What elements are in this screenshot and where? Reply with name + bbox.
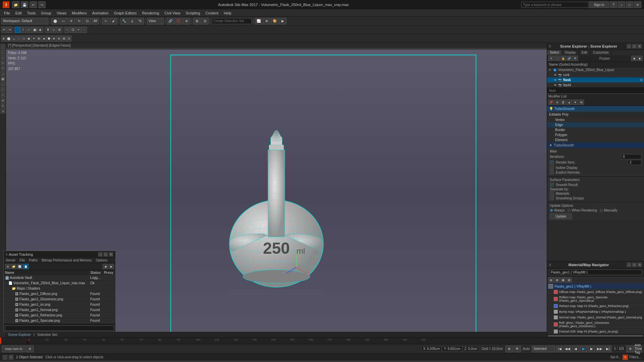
lasso-btn[interactable]: ∿ [102, 18, 109, 24]
mat-root-item[interactable]: Flasks_geo1 ( VRayMtl ) [547, 283, 644, 289]
asset-tb5[interactable]: ◀ [103, 264, 108, 269]
mod-modifier-btn[interactable]: ⊛ [554, 100, 560, 105]
mat-item-3[interactable]: Refract map: Map #2 (Flasks_geo1_Refract… [547, 303, 644, 309]
tb3-btn-1[interactable]: ⊛ [1, 36, 6, 42]
asset-row-specular[interactable]: 🖼 Flasks_geo1_Specular.png Found [4, 318, 115, 323]
asset-tb2[interactable]: 📁 [11, 264, 16, 269]
align-btn[interactable]: ⊟ [201, 18, 209, 24]
mat-item-6[interactable]: Refl. gloss.: Flasks_geo1_Glossiness (Fl… [547, 320, 644, 329]
asset-menu-bitmap[interactable]: Bitmap Performance and Memory [40, 258, 94, 263]
tb3-btn-6[interactable]: ◉ [26, 36, 31, 42]
ls-btn-13[interactable]: ◈ [1, 109, 5, 113]
menu-graph-editors[interactable]: Graph Editors [111, 10, 140, 16]
tree-item-liquid[interactable]: 👁 📷 liquid [547, 82, 644, 87]
asset-maximize-btn[interactable]: □ [103, 252, 108, 257]
ls-btn-8[interactable]: □ [1, 82, 5, 86]
asset-tb4[interactable]: 📋 [23, 264, 29, 269]
asset-minimize-btn[interactable]: – [98, 252, 103, 257]
mat-item-5[interactable]: Normal map: Flasks_geo1_Normal (Flasks_g… [547, 315, 644, 320]
tb3-btn-5[interactable]: ⬡ [21, 36, 26, 42]
asset-menu-file[interactable]: File [17, 258, 27, 263]
edge-sub-item[interactable]: Edge [547, 122, 644, 127]
asset-tb6[interactable]: ▶ [109, 264, 114, 269]
ring-btn[interactable]: ⊡ [70, 27, 75, 33]
ls-btn-6[interactable]: △ [1, 71, 5, 76]
se-lock-btn[interactable]: 🔒 [560, 56, 566, 61]
menu-group[interactable]: Group [38, 10, 54, 16]
timeline-playhead[interactable] [0, 338, 1, 344]
editable-poly-item[interactable]: Editable Poly [547, 112, 644, 117]
element-sub-item[interactable]: Element [547, 137, 644, 142]
material-nav-maximize[interactable]: □ [632, 262, 637, 267]
asset-close-btn[interactable]: ✕ [109, 252, 113, 257]
menu-views[interactable]: Views [54, 10, 69, 16]
tb3-btn-13[interactable]: ⊠ [62, 36, 66, 42]
spinner-snap-btn[interactable]: % [137, 18, 144, 24]
asset-row-glossiness[interactable]: 🖼 Flasks_geo1_Glossiness.png Found [4, 297, 115, 302]
se-link-btn[interactable]: 🔗 [567, 56, 572, 61]
edge-mode-btn[interactable]: / [20, 27, 26, 33]
material-nav-close[interactable]: ✕ [637, 262, 642, 267]
mat-item-4[interactable]: Bump map: VRayNormalMap ( VRayNormalMap … [547, 309, 644, 315]
mat-nav-scrollbar[interactable] [547, 335, 644, 337]
next-btn[interactable]: ▶ [588, 346, 595, 352]
tb3-btn-3[interactable]: △ [11, 36, 16, 42]
selection-mode-btn[interactable]: → [3, 355, 7, 360]
time-config-btn[interactable]: ⚙ [26, 346, 34, 352]
update-button[interactable]: Update [550, 214, 572, 219]
tab-edit[interactable]: Edit [579, 50, 590, 55]
menu-scripting[interactable]: Scripting [183, 10, 203, 16]
angle-snap-btn[interactable]: ∠ [128, 18, 136, 24]
border-sub-item[interactable]: Border [547, 127, 644, 132]
timeline[interactable]: 10 20 30 40 50 60 70 80 90 100 110 120 1… [0, 337, 644, 344]
menu-rendering[interactable]: Rendering [140, 10, 162, 16]
asset-tb3[interactable]: 🔄 [17, 264, 22, 269]
mat-item-1[interactable]: Diffuse map: Flasks_geo1_Diffuse (Flasks… [547, 289, 644, 295]
grow-btn[interactable]: + [76, 27, 81, 33]
add-time-tag-btn[interactable]: Add Time Tag [635, 346, 642, 352]
menu-civil-view[interactable]: Civil View [162, 10, 183, 16]
loop-btn[interactable]: ○ [64, 27, 70, 33]
when-rendering-radio[interactable]: When Rendering [568, 208, 597, 212]
asset-row-vault[interactable]: 🏦 Autodesk Vault Logg... [4, 275, 115, 281]
tab-customize[interactable]: Customize [590, 50, 612, 55]
tb3-btn-7[interactable]: ✦ [32, 36, 36, 42]
mat-nav-tb3[interactable]: ▦ [560, 277, 566, 283]
asset-tb1[interactable]: ⊛ [5, 264, 10, 269]
paint-select-btn[interactable]: 🖌 [110, 18, 117, 24]
asset-menu-server[interactable]: Server [4, 258, 17, 263]
quick-access-open[interactable]: 📁 [12, 1, 19, 8]
ls-btn-2[interactable]: ↕ [1, 50, 5, 54]
move-btn[interactable]: ✛ [67, 18, 75, 24]
se-expand-btn[interactable]: ◀ [631, 56, 637, 61]
vertex-mode-btn[interactable]: · [15, 27, 20, 33]
isolate-btn[interactable]: 👁 [514, 346, 521, 352]
mat-nav-tb1[interactable]: ▤ [548, 277, 554, 283]
vertex-sub-item[interactable]: Vertex [547, 117, 644, 122]
isoline-checkbox[interactable] [550, 166, 554, 170]
element-mode-btn[interactable]: ◈ [38, 27, 43, 33]
tab-select[interactable]: Select [547, 50, 562, 55]
turbosmooth-modifier-item[interactable]: 💡 TurboSmooth [547, 106, 644, 112]
ls-btn-4[interactable]: ⊛ [1, 60, 5, 65]
select-all-btn[interactable]: All [92, 18, 99, 24]
scene-explorer-link[interactable]: Scene Explorer [8, 333, 31, 337]
asset-row-normal[interactable]: 🖼 Flasks_geo1_Normal.png Found [4, 307, 115, 313]
menu-edit[interactable]: Edit [13, 10, 24, 16]
tb3-btn-10[interactable]: ⬟ [47, 36, 51, 42]
tb3-btn-14[interactable]: ⊡ [67, 36, 71, 42]
asset-row-diffuse[interactable]: 🖼 Flasks_geo1_Diffuse.png Found [4, 291, 115, 297]
close-btn[interactable]: ✕ [634, 1, 641, 8]
render-iters-input[interactable] [628, 160, 641, 165]
mat-nav-dropdown[interactable]: Flasks_geo1 ( VRayMtl ) [549, 269, 642, 275]
quick-access-save[interactable]: 💾 [21, 1, 28, 8]
tree-item-root[interactable]: ▼ 🔷 Volumetric_Flask_250ml_Blue_Liquor [547, 67, 644, 72]
mat-nav-tb4[interactable]: ▧ [567, 277, 572, 283]
se-sort-btn[interactable]: ↕ [554, 56, 560, 61]
key-mode-btn[interactable]: K [9, 355, 13, 360]
menu-help[interactable]: Help [221, 10, 234, 16]
polygon-sub-item[interactable]: Polygon [547, 132, 644, 137]
play-btn[interactable]: ▶ [580, 346, 587, 352]
menu-tools[interactable]: Tools [24, 10, 39, 16]
menu-modifiers[interactable]: Modifiers [69, 10, 90, 16]
